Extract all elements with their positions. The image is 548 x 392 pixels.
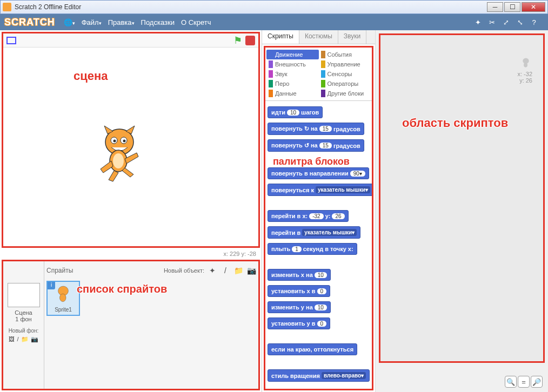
sprite-info-button[interactable]: i xyxy=(48,282,55,289)
sprites-label: Спрайты xyxy=(46,267,73,274)
tab-sounds[interactable]: Звуки xyxy=(338,30,366,44)
grow-icon[interactable]: ⤢ xyxy=(502,18,510,26)
category-swatch xyxy=(269,90,273,97)
category-label: Звук xyxy=(275,71,288,77)
scratch-cat-sprite[interactable] xyxy=(92,123,146,183)
category-swatch xyxy=(321,60,325,68)
category-swatch xyxy=(321,51,325,58)
category-label: Движение xyxy=(275,51,303,58)
stage-canvas[interactable]: сцена xyxy=(3,48,258,236)
stage-thumbnail[interactable] xyxy=(8,283,40,307)
tabs: Скрипты Костюмы Звуки xyxy=(262,30,375,44)
block-goto-xy[interactable]: перейти в x:-32y:26 xyxy=(268,210,349,222)
category-Управление[interactable]: Управление xyxy=(319,59,371,69)
minimize-button[interactable]: ─ xyxy=(487,2,503,12)
script-area[interactable]: x: -32 y: 26 область скриптов xyxy=(379,33,545,363)
category-Данные[interactable]: Данные xyxy=(266,89,319,98)
annotation-sprites: список спрайтов xyxy=(77,283,167,295)
block-change-x[interactable]: изменить x на10 xyxy=(268,269,331,281)
category-label: Другие блоки xyxy=(328,90,364,97)
stop-button[interactable] xyxy=(245,36,255,45)
block-set-y[interactable]: установить y в0 xyxy=(268,317,330,329)
choose-sprite-icon[interactable]: ✦ xyxy=(208,266,217,275)
new-backdrop-label: Новый фон: xyxy=(6,327,41,335)
help-icon[interactable]: ? xyxy=(530,18,538,26)
category-Сенсоры[interactable]: Сенсоры xyxy=(319,69,371,79)
stage-coords: x: 229 y: -28 xyxy=(0,249,262,258)
svg-point-8 xyxy=(59,294,66,302)
script-x: x: -32 xyxy=(517,71,532,77)
block-change-y[interactable]: изменить y на10 xyxy=(268,301,331,313)
menu-edit[interactable]: Правка▾ xyxy=(108,18,135,26)
block-palette: ДвижениеСобытияВнешностьУправлениеЗвукСе… xyxy=(264,46,373,390)
category-label: Управление xyxy=(328,61,360,67)
paint-backdrop-icon[interactable]: / xyxy=(17,336,18,343)
category-Перо[interactable]: Перо xyxy=(266,79,319,89)
svg-point-4 xyxy=(123,140,126,143)
zoom-in-button[interactable]: 🔎 xyxy=(531,376,543,388)
category-swatch xyxy=(269,60,273,68)
svg-point-6 xyxy=(113,153,124,168)
upload-backdrop-icon[interactable]: 📁 xyxy=(21,336,29,343)
new-object-label: Новый объект: xyxy=(164,267,204,274)
globe-icon[interactable]: 🌐▾ xyxy=(64,18,75,26)
category-swatch xyxy=(321,80,325,87)
block-turn-ccw[interactable]: повернуть ↺ на15градусов xyxy=(268,139,364,152)
sprites-panel: Сцена 1 фон Новый фон: 🖼 / 📁 📷 Спрайты Н… xyxy=(2,260,260,390)
block-rotation-style[interactable]: стиль вращениявлево-вправо▾ xyxy=(268,369,370,382)
block-goto[interactable]: перейти вуказатель мышки▾ xyxy=(268,226,360,239)
app-icon xyxy=(3,3,11,11)
window-title: Scratch 2 Offline Editor xyxy=(15,3,81,11)
paint-sprite-icon[interactable]: / xyxy=(220,266,230,275)
camera-sprite-icon[interactable]: 📷 xyxy=(246,266,256,275)
block-bounce-edge[interactable]: если на краю, оттолкнуться xyxy=(268,343,357,355)
stage-area: ⚑ v458.0.1 сцена xyxy=(2,32,260,248)
sprite-tile[interactable]: i Sprite1 xyxy=(46,281,80,316)
sprite-thumb-icon xyxy=(519,57,532,70)
presentation-mode-button[interactable] xyxy=(6,37,16,44)
category-swatch xyxy=(269,51,273,58)
menubar: SCRATCH 🌐▾ Файл▾ Правка▾ Подсказки О Скр… xyxy=(0,14,548,30)
category-Другие блоки[interactable]: Другие блоки xyxy=(319,89,371,98)
script-sprite-info: x: -32 y: 26 xyxy=(517,57,532,84)
maximize-button[interactable]: ☐ xyxy=(504,2,520,12)
green-flag-button[interactable]: ⚑ xyxy=(233,35,242,46)
choose-backdrop-icon[interactable]: 🖼 xyxy=(9,336,15,343)
upload-sprite-icon[interactable]: 📁 xyxy=(233,266,243,275)
camera-backdrop-icon[interactable]: 📷 xyxy=(31,336,38,343)
category-События[interactable]: События xyxy=(319,50,371,59)
block-point-direction[interactable]: повернуть в направлении90▾ xyxy=(268,167,369,179)
category-label: Данные xyxy=(275,90,297,97)
menu-about[interactable]: О Скретч xyxy=(181,18,211,26)
category-label: События xyxy=(328,51,352,58)
block-glide[interactable]: плыть1секунд в точку x: xyxy=(268,243,357,255)
category-label: Операторы xyxy=(328,80,359,87)
category-Операторы[interactable]: Операторы xyxy=(319,79,371,89)
scissors-icon[interactable]: ✂ xyxy=(487,18,496,26)
block-move-steps[interactable]: идти10шагов xyxy=(268,106,323,118)
stamp-icon[interactable]: ✦ xyxy=(473,18,482,26)
zoom-reset-button[interactable]: = xyxy=(518,376,530,388)
menu-file[interactable]: Файл▾ xyxy=(82,18,102,26)
menu-hints[interactable]: Подсказки xyxy=(141,18,175,26)
category-swatch xyxy=(269,80,273,87)
close-button[interactable]: ✕ xyxy=(522,2,545,12)
window-titlebar: Scratch 2 Offline Editor ─ ☐ ✕ xyxy=(0,0,548,14)
tab-scripts[interactable]: Скрипты xyxy=(262,30,299,44)
zoom-out-button[interactable]: 🔍 xyxy=(505,376,517,388)
tab-costumes[interactable]: Костюмы xyxy=(299,30,338,44)
shrink-icon[interactable]: ⤡ xyxy=(516,18,524,26)
category-Звук[interactable]: Звук xyxy=(266,69,319,79)
category-swatch xyxy=(321,90,325,97)
backdrop-count: 1 фон xyxy=(15,316,31,322)
category-Движение[interactable]: Движение xyxy=(266,50,319,59)
category-label: Перо xyxy=(275,80,289,87)
sprite-name: Sprite1 xyxy=(50,307,77,313)
block-set-x[interactable]: установить x в0 xyxy=(268,285,330,297)
category-Внешность[interactable]: Внешность xyxy=(266,59,319,69)
block-turn-cw[interactable]: повернуть ↻ на15градусов xyxy=(268,123,364,135)
svg-point-10 xyxy=(524,63,527,67)
scratch-logo: SCRATCH xyxy=(4,17,55,28)
block-point-towards[interactable]: повернуться куказатель мышки▾ xyxy=(268,184,372,196)
annotation-scripts: область скриптов xyxy=(402,116,508,130)
